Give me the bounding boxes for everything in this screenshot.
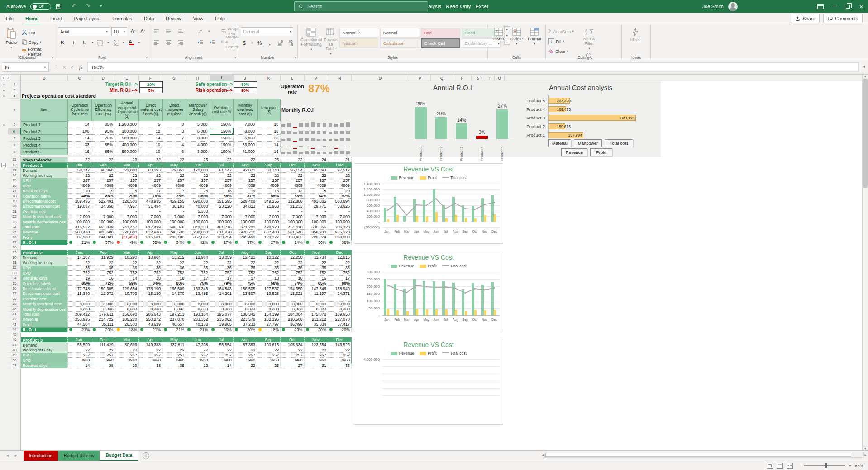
data-cell[interactable]: 100,000 bbox=[257, 219, 281, 224]
data-cell[interactable]: 752 bbox=[281, 271, 304, 275]
data-cell[interactable]: 21,233 bbox=[281, 204, 304, 209]
data-cell[interactable]: 147,848 bbox=[305, 286, 328, 291]
data-cell[interactable]: - bbox=[139, 209, 162, 214]
data-cell[interactable]: 19 bbox=[234, 189, 257, 194]
data-cell[interactable]: 12,964 bbox=[186, 255, 210, 260]
month-header-cell[interactable]: Nov bbox=[305, 337, 328, 342]
data-cell[interactable]: 7,000 bbox=[234, 214, 257, 219]
data-cell[interactable]: 36 bbox=[186, 266, 210, 271]
month-header-cell[interactable]: Sep bbox=[257, 250, 281, 255]
column-header-R[interactable]: R bbox=[453, 75, 472, 81]
menu-tab-insert[interactable]: Insert bbox=[44, 13, 68, 24]
data-cell[interactable]: 3960 bbox=[162, 358, 186, 363]
product-value-cell[interactable]: 16 bbox=[68, 148, 91, 155]
data-cell[interactable]: 7,000 bbox=[281, 214, 304, 219]
data-cell[interactable]: 257 bbox=[234, 178, 257, 183]
align-right-icon[interactable] bbox=[176, 38, 185, 47]
data-cell[interactable]: - bbox=[139, 296, 162, 301]
autosave-toggle[interactable]: Off bbox=[30, 3, 51, 10]
data-cell[interactable]: 16 bbox=[305, 276, 328, 281]
data-cell[interactable]: 100,000 bbox=[115, 219, 139, 224]
data-cell[interactable]: 36 bbox=[115, 266, 139, 271]
row-label-cell[interactable]: Profit bbox=[21, 235, 68, 240]
data-cell[interactable]: 1,200,000 bbox=[186, 230, 210, 235]
data-cell[interactable]: 522,491 bbox=[91, 199, 115, 204]
column-header-F[interactable]: F bbox=[139, 75, 162, 81]
data-cell[interactable]: 42% bbox=[186, 240, 210, 245]
data-cell[interactable]: 3960 bbox=[257, 358, 281, 363]
data-cell[interactable]: 20% bbox=[234, 328, 257, 332]
row-header-48[interactable]: 48 bbox=[8, 347, 21, 352]
data-cell[interactable]: 182,196 bbox=[257, 317, 281, 322]
grow-font-icon[interactable]: Aˆ bbox=[129, 27, 137, 35]
data-cell[interactable]: 65% bbox=[305, 281, 328, 286]
row-header-22[interactable]: 22 bbox=[8, 214, 21, 219]
row-header-4[interactable]: 4 bbox=[8, 99, 21, 121]
data-cell[interactable]: 4809 bbox=[328, 183, 352, 188]
data-cell[interactable]: 752 bbox=[115, 271, 139, 275]
data-cell[interactable]: 29,771 bbox=[305, 204, 328, 209]
font-family-select[interactable]: Arial▾ bbox=[58, 27, 110, 36]
target-roi-value[interactable]: 20% bbox=[139, 81, 163, 87]
data-cell[interactable]: 22 bbox=[328, 260, 352, 265]
data-cell[interactable]: 123,654 bbox=[305, 342, 328, 347]
data-cell[interactable]: 607,400 bbox=[257, 230, 281, 235]
shop-calendar-value[interactable]: 22 bbox=[68, 157, 91, 162]
data-cell[interactable]: 38% bbox=[328, 240, 352, 245]
column-header-I[interactable]: I bbox=[210, 75, 234, 81]
row-header-5[interactable]: 5 bbox=[8, 121, 21, 128]
minimize-button[interactable]: — bbox=[827, 0, 841, 13]
user-name[interactable]: Joe Smith bbox=[702, 4, 724, 9]
row-header-8[interactable]: 8 bbox=[8, 142, 21, 148]
data-cell[interactable]: 36 bbox=[234, 266, 257, 271]
data-cell[interactable]: 22 bbox=[91, 347, 115, 352]
data-cell[interactable]: 86% bbox=[91, 194, 115, 199]
chart-button-revenue[interactable]: Revenue bbox=[561, 148, 587, 156]
data-cell[interactable]: 459,155 bbox=[162, 199, 186, 204]
month-header-cell[interactable]: Dec bbox=[328, 250, 352, 255]
product-value-cell[interactable]: 150% bbox=[210, 142, 234, 148]
data-cell[interactable]: 22 bbox=[257, 260, 281, 265]
product-value-cell[interactable]: 95% bbox=[91, 128, 115, 135]
data-cell[interactable]: 4809 bbox=[234, 183, 257, 188]
row-label-cell[interactable]: Required days bbox=[21, 189, 68, 194]
normal-view-icon[interactable] bbox=[767, 463, 773, 469]
align-center-icon[interactable] bbox=[164, 38, 173, 47]
product-value-cell[interactable]: 3,000 bbox=[186, 148, 210, 155]
row-header-27[interactable]: 27 bbox=[8, 240, 21, 245]
data-cell[interactable]: 87,353 bbox=[234, 342, 257, 347]
product-value-cell[interactable]: 33,000 bbox=[234, 142, 257, 148]
delete-cells-button[interactable]: Delete▾ bbox=[509, 26, 525, 46]
increase-decimal-icon[interactable]: ←.0.00 bbox=[277, 39, 284, 47]
data-cell[interactable]: 158,949 bbox=[328, 286, 352, 291]
data-cell[interactable]: 357,667 bbox=[186, 235, 210, 240]
month-header-cell[interactable]: Feb bbox=[91, 162, 115, 168]
ribbon-display-options-icon[interactable] bbox=[814, 0, 827, 13]
data-cell[interactable]: 36 bbox=[139, 266, 162, 271]
data-cell[interactable]: 257 bbox=[257, 353, 281, 358]
data-cell[interactable]: 111,429 bbox=[91, 342, 115, 347]
data-cell[interactable]: 197,213 bbox=[162, 312, 186, 317]
data-cell[interactable]: 80% bbox=[328, 281, 352, 286]
product-value-cell[interactable]: 18 bbox=[257, 128, 281, 135]
column-header-E[interactable]: E bbox=[115, 75, 139, 81]
row-header-41[interactable]: 41 bbox=[8, 312, 21, 317]
data-cell[interactable]: 244,831 bbox=[91, 235, 115, 240]
data-cell[interactable]: 22 bbox=[281, 347, 304, 352]
month-header-cell[interactable]: Oct bbox=[281, 337, 304, 342]
data-cell[interactable]: 12,421 bbox=[234, 255, 257, 260]
undo-icon[interactable]: ↶ bbox=[69, 0, 78, 13]
shop-calendar-value[interactable]: 22 bbox=[91, 157, 115, 162]
search-box[interactable]: Search bbox=[294, 1, 428, 11]
data-cell[interactable]: 19,037 bbox=[68, 204, 91, 209]
cell-style-calculation[interactable]: Calculation bbox=[380, 38, 419, 48]
month-header-cell[interactable]: Aug bbox=[234, 337, 257, 342]
data-cell[interactable]: 84% bbox=[139, 281, 162, 286]
data-cell[interactable]: 257 bbox=[91, 353, 115, 358]
data-cell[interactable]: 257 bbox=[91, 178, 115, 183]
data-cell[interactable]: 36 bbox=[305, 266, 328, 271]
data-cell[interactable]: 21,968 bbox=[257, 204, 281, 209]
column-header-U[interactable]: U bbox=[495, 75, 505, 81]
product-value-cell[interactable]: 7 bbox=[162, 135, 186, 142]
month-header-cell[interactable]: May bbox=[162, 162, 186, 168]
